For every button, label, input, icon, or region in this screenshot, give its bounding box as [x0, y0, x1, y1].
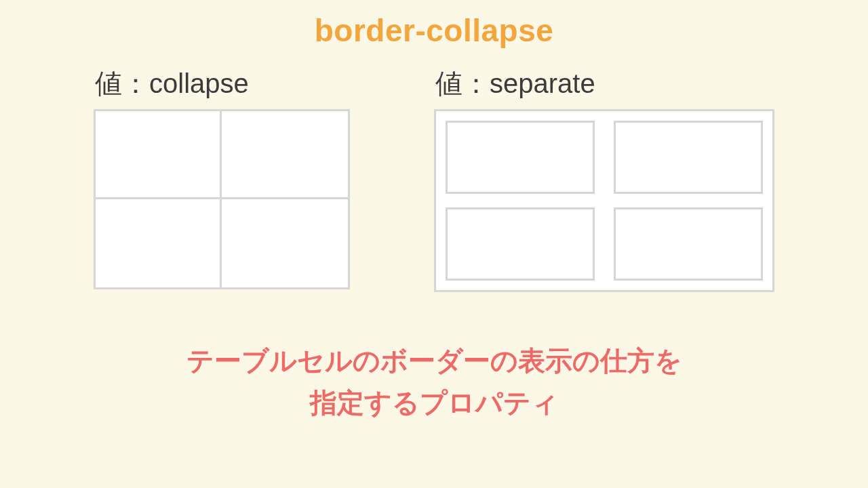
caption-line-1: テーブルセルのボーダーの表示の仕方を	[0, 340, 868, 382]
page-title: border-collapse	[0, 12, 868, 49]
table-cell	[446, 121, 595, 194]
table-cell	[222, 111, 348, 199]
examples-row: 値：collapse 値：separate	[0, 65, 868, 292]
table-cell	[96, 199, 222, 287]
collapse-label: 値：collapse	[95, 65, 350, 102]
table-separate	[434, 109, 774, 292]
example-collapse: 値：collapse	[94, 65, 350, 292]
table-collapse	[94, 109, 350, 289]
table-cell	[222, 199, 348, 287]
table-cell	[446, 207, 595, 281]
caption-line-2: 指定するプロパティ	[0, 382, 868, 424]
table-cell	[614, 207, 763, 281]
caption: テーブルセルのボーダーの表示の仕方を 指定するプロパティ	[0, 340, 868, 424]
table-cell	[96, 111, 222, 199]
table-cell	[614, 121, 763, 194]
separate-label: 値：separate	[435, 65, 774, 102]
slide: border-collapse 値：collapse 値：separate テー…	[0, 0, 868, 488]
example-separate: 値：separate	[434, 65, 774, 292]
